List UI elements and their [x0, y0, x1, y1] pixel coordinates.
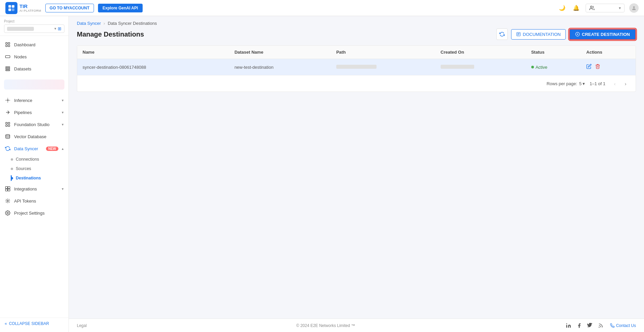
svg-rect-18 [8, 125, 10, 126]
rows-per-page-value: 5 [579, 81, 582, 86]
footer: Legal © 2024 E2E Networks Limited ™ [69, 319, 644, 332]
svg-point-19 [6, 134, 10, 136]
sidebar-sub-item-sources[interactable]: Sources [11, 164, 68, 173]
svg-point-4 [590, 6, 592, 8]
table-header-row: Name Dataset Name Path Created On Status… [77, 46, 636, 59]
nodes-icon [5, 54, 11, 60]
inference-chevron-icon: ▾ [62, 98, 64, 103]
notification-icon[interactable]: 🔔 [572, 3, 581, 13]
sidebar-item-datasets[interactable]: Datasets [0, 63, 68, 75]
breadcrumb: Data Syncer › Data Syncer Destinations [69, 16, 644, 29]
svg-rect-1 [12, 5, 14, 8]
foundation-studio-icon [5, 121, 11, 127]
collapse-icon: « [5, 321, 7, 326]
prev-page-button[interactable]: ‹ [610, 79, 620, 88]
project-name [7, 27, 34, 31]
goto-myaccount-button[interactable]: GO TO MYACCOUNT [45, 4, 94, 12]
dashboard-icon [5, 42, 11, 48]
content-area: Data Syncer › Data Syncer Destinations M… [69, 16, 644, 332]
footer-right: Contact Us [565, 322, 636, 329]
svg-rect-2 [8, 8, 11, 11]
data-syncer-icon [5, 146, 11, 152]
col-header-path: Path [331, 46, 435, 59]
facebook-icon[interactable] [576, 322, 583, 329]
sidebar-item-inference[interactable]: Inference ▾ [0, 94, 68, 106]
rows-per-page: Rows per page: 5 ▾ [547, 81, 585, 86]
logo-text: TIR AI PLATFORM [19, 3, 41, 12]
rows-per-page-select[interactable]: 5 ▾ [579, 81, 585, 86]
data-syncer-badge: NEW [46, 147, 58, 151]
col-header-created-on: Created On [435, 46, 526, 59]
collapse-sidebar-button[interactable]: « COLLAPSE SIDEBAR [0, 318, 68, 329]
sidebar-item-integrations[interactable]: Integrations ▾ [0, 183, 68, 195]
sidebar-sub-item-connections[interactable]: Connections [11, 155, 68, 164]
svg-rect-23 [5, 189, 7, 191]
collapse-label: COLLAPSE SIDEBAR [9, 321, 49, 326]
content-inner: Data Syncer › Data Syncer Destinations M… [69, 16, 644, 319]
next-page-button[interactable]: › [621, 79, 630, 88]
cell-actions [581, 59, 636, 75]
logo: TIR AI PLATFORM [5, 2, 41, 14]
sidebar-item-label-vector-database: Vector Database [14, 134, 64, 139]
project-icons: ▾ ⊞ [54, 26, 61, 31]
footer-legal[interactable]: Legal [77, 323, 87, 328]
destinations-label: Destinations [16, 176, 41, 180]
sidebar-item-project-settings[interactable]: Project Settings [0, 207, 68, 219]
sidebar-item-label-nodes: Nodes [14, 54, 64, 59]
breadcrumb-link[interactable]: Data Syncer [77, 21, 101, 26]
sidebar-item-api-tokens[interactable]: API Tokens [0, 195, 68, 207]
dark-mode-icon[interactable]: 🌙 [557, 3, 567, 13]
svg-point-14 [7, 100, 8, 101]
svg-point-5 [633, 6, 635, 8]
pagination-bar: Rows per page: 5 ▾ 1–1 of 1 ‹ › [77, 75, 636, 92]
svg-rect-8 [6, 45, 7, 47]
svg-rect-15 [6, 122, 7, 124]
svg-rect-12 [6, 68, 10, 69]
footer-social [565, 322, 604, 329]
refresh-button[interactable] [496, 29, 508, 40]
svg-rect-13 [6, 70, 10, 71]
sidebar-item-data-syncer[interactable]: Data Syncer NEW ▴ [0, 143, 68, 155]
user-chevron-icon: ▾ [619, 6, 621, 10]
footer-copyright: © 2024 E2E Networks Limited ™ [296, 323, 355, 328]
edit-button[interactable] [586, 64, 592, 70]
linkedin-icon[interactable] [565, 322, 572, 329]
breadcrumb-current: Data Syncer Destinations [108, 21, 157, 26]
svg-rect-16 [8, 122, 10, 124]
svg-rect-22 [8, 189, 10, 191]
explore-genai-button[interactable]: Explore GenAI API [98, 4, 143, 12]
project-selector[interactable]: ▾ ⊞ [4, 24, 64, 33]
col-header-actions: Actions [581, 46, 636, 59]
col-header-dataset-name: Dataset Name [229, 46, 331, 59]
documentation-button[interactable]: DOCUMENTATION [511, 29, 566, 40]
col-header-status: Status [526, 46, 581, 59]
sidebar-item-foundation-studio[interactable]: Foundation Studio ▾ [0, 118, 68, 130]
status-text: Active [536, 65, 547, 70]
documentation-label: DOCUMENTATION [523, 32, 561, 37]
contact-us-link[interactable]: Contact Us [610, 323, 636, 328]
sidebar-sub-item-destinations[interactable]: Destinations [11, 173, 68, 183]
svg-rect-21 [8, 186, 10, 188]
avatar[interactable] [629, 3, 639, 13]
cell-path [331, 59, 435, 75]
action-icons [586, 64, 630, 70]
main-layout: Project ▾ ⊞ Dashboard [0, 16, 644, 332]
delete-button[interactable] [595, 64, 600, 70]
user-dropdown[interactable]: ▾ [586, 4, 625, 12]
svg-rect-3 [12, 8, 14, 11]
sidebar-item-vector-database[interactable]: Vector Database [0, 130, 68, 143]
logo-icon [5, 2, 17, 14]
sidebar-item-pipelines[interactable]: Pipelines ▾ [0, 106, 68, 118]
svg-rect-6 [6, 43, 7, 44]
sidebar-item-nodes[interactable]: Nodes [0, 51, 68, 63]
connections-dot [11, 158, 13, 161]
rss-icon[interactable] [597, 322, 604, 329]
table-row: syncer-destination-08061748088 new-test-… [77, 59, 636, 75]
pipelines-chevron-icon: ▾ [62, 110, 64, 115]
sidebar-item-dashboard[interactable]: Dashboard [0, 39, 68, 51]
create-destination-button[interactable]: CREATE DESTINATION [569, 29, 636, 40]
svg-rect-11 [6, 67, 10, 68]
twitter-icon[interactable] [586, 322, 594, 329]
svg-point-25 [7, 212, 8, 214]
svg-rect-0 [8, 5, 11, 8]
